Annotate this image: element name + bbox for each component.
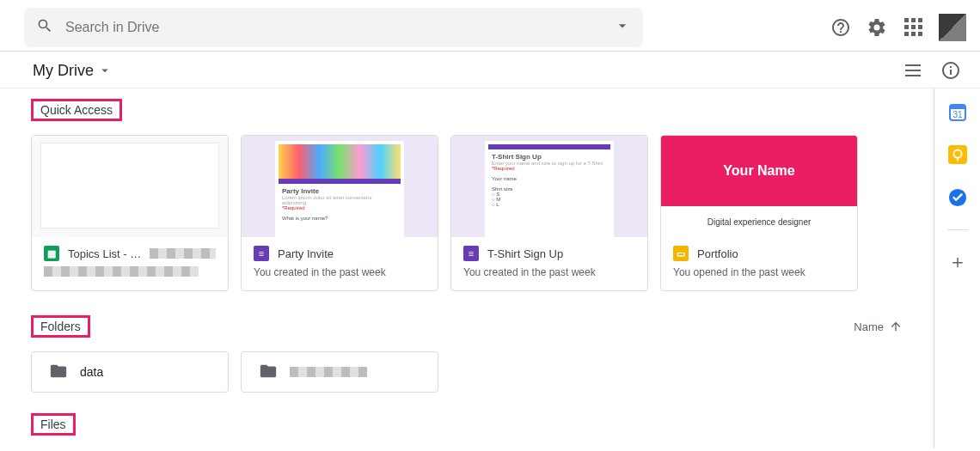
topbar — [0, 0, 980, 52]
card-subtitle — [44, 266, 199, 277]
side-panel-divider — [947, 229, 968, 230]
help-icon[interactable] — [830, 17, 851, 38]
side-panel: 31 ＋ — [934, 88, 980, 448]
search-options-dropdown-icon[interactable] — [614, 17, 631, 37]
card-thumbnail — [32, 136, 228, 237]
apps-grid-icon[interactable] — [903, 17, 923, 38]
chevron-down-icon[interactable] — [97, 63, 113, 78]
card-title: Party Invite — [278, 247, 334, 260]
svg-rect-3 — [948, 145, 967, 164]
folder-item[interactable] — [241, 351, 438, 393]
sort-control[interactable]: Name — [854, 320, 903, 333]
calendar-icon[interactable]: 31 — [946, 101, 969, 123]
folder-icon — [259, 362, 278, 383]
quick-access-card[interactable]: T-Shirt Sign Up Enter your name and size… — [450, 135, 648, 291]
forms-icon: ≡ — [254, 246, 269, 261]
search-box[interactable] — [24, 8, 643, 47]
quick-access-row: ▦ Topics List - … Party Invite Lorem ips… — [31, 135, 903, 291]
quick-access-card[interactable]: ▦ Topics List - … — [31, 135, 229, 291]
quick-access-card[interactable]: Your Name Digital experience designer ▭ … — [660, 135, 858, 291]
card-title: Portfolio — [697, 247, 738, 260]
search-input[interactable] — [65, 20, 602, 35]
main-content: Quick Access ▦ Topics List - … — [0, 88, 934, 448]
slides-icon: ▭ — [673, 246, 689, 261]
folder-item[interactable]: data — [31, 351, 229, 393]
arrow-up-icon — [889, 320, 903, 333]
card-title: T-Shirt Sign Up — [487, 247, 563, 260]
list-view-icon[interactable] — [903, 60, 923, 81]
svg-rect-1 — [950, 105, 965, 109]
tasks-icon[interactable] — [946, 186, 969, 209]
card-thumbnail: Party Invite Lorem ipsum dolor sit amet … — [242, 136, 438, 237]
topbar-actions — [830, 14, 966, 41]
folder-name — [290, 367, 367, 377]
keep-icon[interactable] — [946, 143, 969, 166]
card-subtitle: You created in the past week — [463, 266, 635, 278]
card-thumbnail: T-Shirt Sign Up Enter your name and size… — [451, 136, 647, 237]
folder-icon — [49, 362, 68, 383]
card-subtitle: You created in the past week — [254, 266, 426, 278]
account-avatar[interactable] — [939, 14, 966, 41]
search-icon — [36, 17, 53, 37]
breadcrumb-bar: My Drive — [0, 52, 980, 88]
obscured-text — [150, 248, 216, 259]
sort-label: Name — [854, 320, 884, 333]
card-thumbnail: Your Name Digital experience designer — [661, 136, 857, 237]
section-files-label: Files — [31, 413, 76, 436]
svg-text:31: 31 — [952, 110, 963, 119]
section-folders-label: Folders — [31, 315, 90, 338]
section-quick-access-label: Quick Access — [31, 99, 122, 121]
add-addon-icon[interactable]: ＋ — [946, 251, 969, 273]
svg-rect-5 — [957, 158, 959, 162]
folders-row: data — [31, 351, 903, 393]
forms-icon: ≡ — [463, 246, 479, 261]
info-icon[interactable] — [940, 60, 961, 81]
card-title: Topics List - … — [68, 247, 141, 260]
location-title[interactable]: My Drive — [33, 62, 94, 80]
folder-name: data — [80, 365, 103, 379]
settings-icon[interactable] — [867, 17, 887, 38]
sheets-icon: ▦ — [44, 246, 59, 261]
card-subtitle: You opened in the past week — [673, 266, 845, 278]
quick-access-card[interactable]: Party Invite Lorem ipsum dolor sit amet … — [241, 135, 438, 291]
